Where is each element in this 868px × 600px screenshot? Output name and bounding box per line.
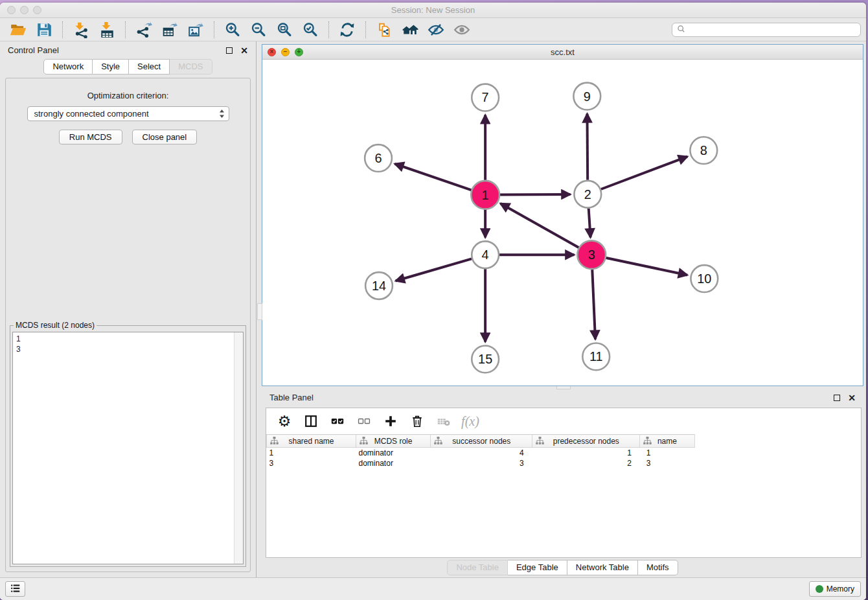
memory-button[interactable]: Memory <box>809 581 861 597</box>
optimization-criterion-label: Optimization criterion: <box>6 91 250 100</box>
create-column-button[interactable] <box>382 412 400 430</box>
hide-selected-button[interactable] <box>423 20 449 40</box>
tab-style[interactable]: Style <box>93 59 129 75</box>
create-column-icon <box>383 414 398 428</box>
close-window-button[interactable] <box>7 6 16 14</box>
column-header-predecessor-nodes[interactable]: predecessor nodes <box>532 435 640 448</box>
task-history-button[interactable] <box>5 581 25 597</box>
result-scrollbar[interactable] <box>234 332 243 564</box>
import-network-icon <box>73 21 89 38</box>
tab-motifs[interactable]: Motifs <box>638 560 678 575</box>
edge-1-2[interactable] <box>499 194 570 195</box>
zoom-selected-button[interactable] <box>297 20 323 40</box>
zoom-out-button[interactable] <box>246 20 271 40</box>
search-input[interactable] <box>689 25 856 35</box>
tab-mcds[interactable]: MCDS <box>170 59 212 75</box>
network-close-button[interactable]: × <box>268 48 276 56</box>
right-area: × − + scc.txt 7968124314101511 <box>257 41 866 577</box>
minimize-window-button[interactable] <box>20 6 29 14</box>
open-file-button[interactable] <box>5 20 31 40</box>
cell-mcds-role[interactable]: dominator <box>356 448 431 459</box>
edge-3-1[interactable] <box>501 203 580 248</box>
run-mcds-button[interactable]: Run MCDS <box>59 130 122 144</box>
zoom-out-icon <box>250 21 267 38</box>
table-row[interactable]: 1dominator411 <box>267 448 862 459</box>
edge-2-8[interactable] <box>601 157 687 189</box>
main-toolbar <box>0 18 866 41</box>
show-all-button[interactable] <box>449 20 475 40</box>
tab-select[interactable]: Select <box>129 59 170 75</box>
import-network-button[interactable] <box>68 20 94 40</box>
mcds-result-line: 1 <box>16 334 240 344</box>
export-table-button[interactable] <box>157 20 183 40</box>
status-bar: Memory <box>0 577 866 600</box>
toggle-panes-button[interactable] <box>302 412 320 430</box>
table-tabs: Node TableEdge TableNetwork TableMotifs <box>447 560 678 575</box>
cell-successor-nodes[interactable]: 4 <box>431 448 532 459</box>
export-image-button[interactable] <box>183 20 209 40</box>
edge-1-6[interactable] <box>394 164 472 190</box>
import-table-button[interactable] <box>94 20 120 40</box>
tab-network-table[interactable]: Network Table <box>567 560 638 575</box>
close-panel-button[interactable]: Close panel <box>132 130 198 144</box>
edge-3-11[interactable] <box>592 269 595 339</box>
cell-successor-nodes[interactable]: 3 <box>431 458 532 468</box>
select-all-columns-button[interactable] <box>328 412 347 430</box>
cell-shared-name[interactable]: 1 <box>267 448 356 459</box>
toolbar-separator <box>328 21 329 38</box>
network-maximize-button[interactable]: + <box>295 48 303 56</box>
control-panel: Control Panel ✕ NetworkStyleSelectMCDS O… <box>0 41 257 577</box>
export-network-button[interactable] <box>131 20 157 40</box>
toolbar-separator <box>214 21 214 38</box>
tab-network[interactable]: Network <box>43 59 93 75</box>
column-settings-icon: ⚙ <box>278 413 291 430</box>
tab-node-table[interactable]: Node Table <box>447 560 508 575</box>
column-header-successor-nodes[interactable]: successor nodes <box>431 435 532 448</box>
zoom-in-button[interactable] <box>220 20 246 40</box>
unselect-all-columns-button[interactable] <box>355 412 373 430</box>
cell-name[interactable]: 1 <box>640 448 694 459</box>
hierarchy-icon <box>643 437 652 446</box>
horizontal-splitter-grip[interactable] <box>556 386 571 389</box>
cell-shared-name[interactable]: 3 <box>267 458 356 468</box>
edge-2-9[interactable] <box>587 113 588 179</box>
hierarchy-icon <box>270 437 279 446</box>
node-11-label: 11 <box>589 349 603 363</box>
tab-edge-table[interactable]: Edge Table <box>508 560 567 575</box>
delete-table-button <box>435 412 453 430</box>
table-panel-float-button[interactable] <box>834 395 840 401</box>
control-panel-float-button[interactable] <box>226 47 233 54</box>
hierarchy-icon <box>434 437 442 446</box>
delete-table-icon <box>437 414 451 428</box>
edge-4-14[interactable] <box>396 259 472 281</box>
cell-predecessor-nodes[interactable]: 1 <box>532 448 640 459</box>
zoom-window-button[interactable] <box>33 6 41 14</box>
save-session-button[interactable] <box>31 20 57 40</box>
zoom-fit-button[interactable] <box>271 20 297 40</box>
cell-mcds-role[interactable]: dominator <box>356 458 431 468</box>
mcds-result-box: MCDS result (2 nodes) 13 <box>10 321 246 567</box>
function-builder-icon: f(x) <box>461 414 479 429</box>
edge-3-10[interactable] <box>606 258 687 275</box>
cell-predecessor-nodes[interactable]: 2 <box>532 458 640 468</box>
control-panel-close-icon[interactable]: ✕ <box>240 47 248 54</box>
table-panel-close-icon[interactable]: ✕ <box>848 395 856 401</box>
column-header-shared-name[interactable]: shared name <box>267 435 356 448</box>
column-header-mcds-role[interactable]: MCDS role <box>356 435 431 448</box>
apply-layout-button[interactable] <box>334 20 360 40</box>
edge-2-3[interactable] <box>589 209 591 238</box>
zoom-fit-icon <box>276 21 293 38</box>
delete-columns-button[interactable] <box>408 412 426 430</box>
column-header-name[interactable]: name <box>640 435 694 448</box>
app-window: Session: New Session Control Panel ✕ Net… <box>0 3 866 600</box>
panel-splitter-grip[interactable] <box>257 303 262 320</box>
first-neighbors-button[interactable] <box>397 20 423 40</box>
network-from-selection-button[interactable] <box>371 20 397 40</box>
optimization-select[interactable]: strongly connected component <box>27 106 229 121</box>
network-canvas[interactable]: 7968124314101511 <box>262 60 863 386</box>
network-minimize-button[interactable]: − <box>281 48 290 56</box>
cell-name[interactable]: 3 <box>640 458 694 468</box>
search-box[interactable] <box>672 23 861 37</box>
column-settings-button[interactable]: ⚙ <box>275 412 293 430</box>
table-row[interactable]: 3dominator323 <box>267 458 862 468</box>
